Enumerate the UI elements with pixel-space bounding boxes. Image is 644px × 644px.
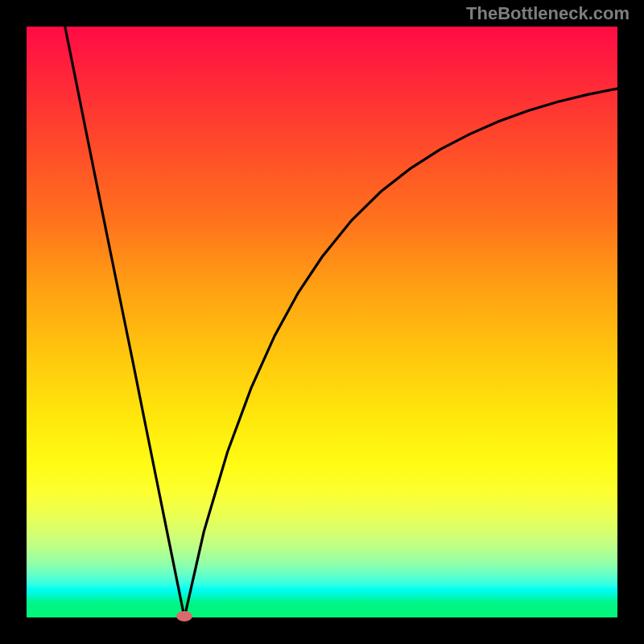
chart-curve-svg [27,27,617,617]
left-branch [65,27,184,617]
chart-frame: TheBottleneck.com [0,0,644,644]
right-branch [184,89,617,617]
watermark-text: TheBottleneck.com [466,3,630,24]
min-point-marker [176,611,192,621]
